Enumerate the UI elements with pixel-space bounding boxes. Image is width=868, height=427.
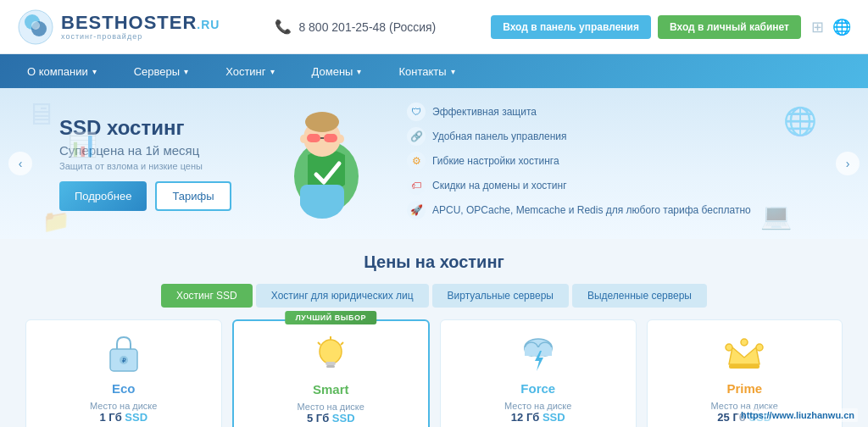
gear-feature-icon: ⚙: [407, 152, 426, 170]
logo-name: BESTHOSTER.RU: [61, 14, 220, 32]
svg-rect-29: [729, 364, 760, 369]
chevron-icon: ▾: [184, 67, 188, 76]
hero-section: 🖥 📊 🌐 💻 📁 ‹ SSD хостинг Суперцена на 1й …: [0, 88, 868, 239]
force-card-icon: [516, 332, 560, 376]
svg-rect-19: [326, 365, 335, 368]
panel-login-button[interactable]: Вход в панель управления: [491, 15, 651, 39]
chevron-icon: ▾: [270, 67, 275, 76]
smart-disk-num: 5 Гб: [307, 412, 332, 424]
svg-point-9: [305, 112, 339, 132]
hero-prev-button[interactable]: ‹: [8, 152, 32, 175]
force-card-name: Force: [520, 381, 555, 396]
card-smart: ЛУЧШИЙ ВЫБОР Smart Место на диске 5 Гб S…: [232, 319, 431, 427]
tab-dedicated[interactable]: Выделенные серверы: [572, 284, 707, 308]
tag-feature-icon: 🏷: [407, 176, 426, 195]
svg-point-12: [300, 135, 307, 143]
hero-text-area: SSD хостинг Суперцена на 1й месяц Защита…: [34, 116, 254, 212]
chevron-icon: ▾: [451, 67, 455, 76]
pricing-title: Цены на хостинг: [17, 252, 851, 272]
prime-card-icon: [722, 332, 766, 376]
eco-card-name: Eco: [112, 381, 136, 396]
phone-number: 8 800 201-25-48 (Россия): [298, 20, 436, 34]
hero-buttons: Подробнее Тарифы: [59, 181, 254, 211]
phone-icon: 📞: [275, 19, 292, 35]
panel-feature-icon: 🔗: [407, 127, 426, 146]
eco-disk-value: 1 Гб SSD: [99, 411, 147, 424]
rocket-feature-icon: 🚀: [407, 201, 426, 219]
chevron-icon: ▾: [92, 67, 97, 76]
hero-image-area: [254, 108, 390, 219]
crown-icon: [722, 332, 766, 376]
header: BESTHOSTER.RU хостинг-провайдер 📞 8 800 …: [0, 0, 868, 54]
logo-subtitle: хостинг-провайдер: [61, 32, 220, 41]
more-button[interactable]: Подробнее: [59, 181, 147, 211]
svg-point-31: [741, 339, 748, 346]
hero-next-button[interactable]: ›: [836, 152, 860, 175]
hero-features-list: 🛡 Эффективная защита 🔗 Удобная панель уп…: [390, 103, 834, 225]
globe-icon: 🌐: [832, 18, 851, 36]
main-nav: О компании ▾ Серверы ▾ Хостинг ▾ Домены …: [0, 54, 868, 88]
hero-person-image: [275, 108, 369, 219]
svg-point-3: [31, 21, 40, 30]
force-disk-value: 12 Гб SSD: [511, 411, 565, 424]
smart-card-name: Smart: [313, 382, 349, 396]
chevron-icon: ▾: [357, 67, 361, 76]
pricing-tabs: Хостинг SSD Хостинг для юридических лиц …: [17, 284, 851, 308]
nav-item-domains[interactable]: Домены ▾: [293, 54, 381, 88]
lightning-icon: [516, 332, 560, 376]
svg-line-22: [318, 342, 320, 345]
smart-disk-type: SSD: [332, 412, 355, 424]
svg-point-32: [756, 344, 763, 351]
pricing-cards-container: ₽ Eco Место на диске 1 Гб SSD ЛУЧШИЙ ВЫБ…: [17, 319, 851, 427]
feature-settings: ⚙ Гибкие настройки хостинга: [407, 152, 834, 170]
feature-protection: 🛡 Эффективная защита: [407, 103, 834, 121]
svg-point-30: [726, 344, 732, 351]
svg-marker-28: [729, 347, 760, 364]
tab-vps[interactable]: Виртуальные серверы: [432, 284, 569, 308]
card-eco: ₽ Eco Место на диске 1 Гб SSD: [25, 319, 222, 427]
feature-discounts: 🏷 Скидки на домены и хостинг: [407, 176, 834, 195]
nav-item-hosting[interactable]: Хостинг ▾: [207, 54, 292, 88]
bulb-icon: [309, 333, 353, 377]
logo-area: BESTHOSTER.RU хостинг-провайдер: [17, 8, 220, 46]
phone-area: 📞 8 800 201-25-48 (Россия): [220, 19, 491, 35]
tab-hosting-ssd[interactable]: Хостинг SSD: [161, 284, 253, 308]
cabinet-login-button[interactable]: Вход в личный кабинет: [658, 15, 801, 39]
feature-apcu: 🚀 APCU, OPCache, Memcache и Redis для лю…: [407, 201, 834, 219]
hero-content: SSD хостинг Суперцена на 1й месяц Защита…: [34, 103, 834, 225]
tab-hosting-legal[interactable]: Хостинг для юридических лиц: [256, 284, 429, 308]
watermark: https://www.liuzhanwu.cn: [737, 408, 858, 422]
header-right-icons: ⊞ 🌐: [811, 18, 851, 36]
force-disk-type: SSD: [542, 411, 565, 424]
logo-text: BESTHOSTER.RU хостинг-провайдер: [61, 14, 220, 41]
svg-point-17: [320, 340, 342, 363]
svg-rect-7: [324, 134, 337, 142]
hero-title: SSD хостинг: [59, 116, 254, 141]
tariffs-button[interactable]: Тарифы: [155, 181, 231, 211]
card-force: Force Место на диске 12 Гб SSD: [440, 319, 637, 427]
hero-desc: Защита от взлома и низкие цены: [59, 161, 254, 171]
smart-disk-value: 5 Гб SSD: [307, 412, 355, 424]
nav-item-contacts[interactable]: Контакты ▾: [380, 54, 473, 88]
logo-icon: [17, 8, 54, 46]
hero-subtitle: Суперцена на 1й месяц: [59, 143, 254, 158]
best-badge: ЛУЧШИЙ ВЫБОР: [285, 311, 376, 324]
svg-rect-6: [307, 134, 320, 142]
nav-item-about[interactable]: О компании ▾: [8, 54, 115, 88]
nav-item-servers[interactable]: Серверы ▾: [115, 54, 207, 88]
smart-card-icon: [309, 333, 353, 377]
smart-disk-label: Место на диске: [298, 402, 364, 412]
svg-point-13: [337, 135, 344, 143]
shield-feature-icon: 🛡: [407, 103, 426, 121]
grid-icon: ⊞: [811, 18, 824, 36]
svg-rect-18: [326, 362, 336, 365]
eco-disk-num: 1 Гб: [99, 411, 125, 424]
force-disk-num: 12 Гб: [511, 411, 542, 424]
bag-icon: ₽: [102, 332, 146, 376]
eco-card-icon: ₽: [102, 332, 146, 376]
force-disk-label: Место на диске: [504, 401, 571, 411]
eco-disk-label: Место на диске: [90, 401, 157, 411]
header-buttons: Вход в панель управления Вход в личный к…: [491, 15, 801, 39]
prime-card-name: Prime: [726, 381, 762, 396]
svg-line-21: [341, 342, 343, 345]
